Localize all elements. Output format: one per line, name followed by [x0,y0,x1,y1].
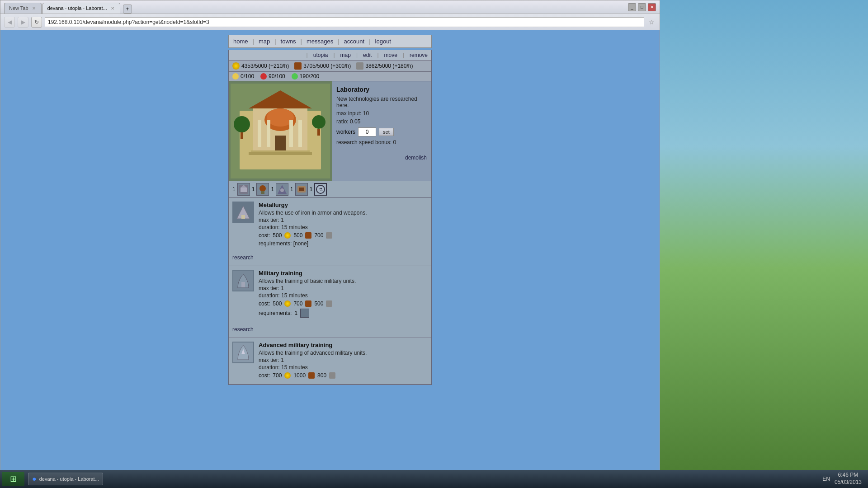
svg-rect-18 [241,188,247,192]
tech-metallurgy-research-row: research [229,251,431,266]
svg-rect-14 [241,132,243,139]
top-nav: home | map | towns | messages | account … [228,35,432,48]
sep1: | [253,38,254,45]
wood-resource: 3705/5000 (+300/h) [294,62,351,70]
wood-icon-tech0 [305,232,311,239]
action-map[interactable]: map [340,52,351,58]
wood-icon-tech1 [305,300,311,307]
science-icon [292,73,298,80]
building-svg [231,84,330,178]
building-description: New technologies are researched here. [336,96,427,108]
forward-button[interactable]: ▶ [18,17,28,28]
action-remove[interactable]: remove [410,52,428,58]
svg-rect-31 [241,282,245,287]
sep-a: | [333,52,335,58]
resources-bar: 4353/5000 (+210/h) 3705/5000 (+300/h) [229,61,431,72]
tech-adv-military-cost: cost: 700 1000 800 [259,372,428,379]
gold-icon [232,62,240,70]
slot4-icon[interactable] [295,183,308,196]
start-button[interactable]: ⊞ [2,472,24,486]
action-move[interactable]: move [384,52,397,58]
sep3: | [301,38,302,45]
tech-military-research[interactable]: research [232,325,254,334]
wood-value: 3705/5000 (+300/h) [303,63,351,69]
tech-adv-military-desc: Allows the training of advanced military… [259,350,428,356]
building-image [229,81,332,181]
stone-icon-tech0 [326,232,332,239]
slot5-number: 1 [310,186,313,192]
tech-military-req: requirements: 1 [259,309,428,318]
taskbar: ⊞ ● devana - utopia - Laborat... EN 6:46… [0,470,868,488]
building-max-input: max input: 10 [336,110,427,117]
slot2-icon[interactable] [256,183,269,196]
tab-devana-close[interactable]: ✕ [110,6,115,11]
svg-point-20 [259,185,266,192]
slot5-icon[interactable]: ⚗ [314,183,327,196]
tech-military-inner: Military training Allows the training of… [229,266,431,323]
browser-controls: ◀ ▶ ↻ 192.168.0.101/devana/module.php?ac… [0,14,660,30]
workers-input[interactable] [358,127,376,136]
taskbar-lang: EN [822,476,830,482]
sep4: | [338,38,339,45]
svg-rect-21 [261,191,264,194]
tab-new-tab[interactable]: New Tab ✕ [4,3,42,14]
nav-logout[interactable]: logout [375,38,391,45]
svg-point-15 [312,115,326,129]
tech-metallurgy-research[interactable]: research [232,253,254,262]
demolish-link[interactable]: demolish [336,155,427,161]
food-stat: 90/100 [260,73,285,80]
action-edit[interactable]: edit [363,52,372,58]
stone-resource: 3862/5000 (+180/h) [356,62,413,70]
slot3-icon[interactable] [276,183,288,196]
gold-icon-tech2 [284,372,291,379]
gold-icon-tech1 [284,300,291,307]
slots-bar: 1 1 1 1 [229,181,431,198]
clock-time: 6:46 PM [835,472,862,479]
svg-point-13 [234,116,250,132]
workers-label: workers [336,129,355,135]
slot1-icon[interactable] [237,183,250,196]
tech-military-name: Military training [259,270,428,277]
wood-icon [294,62,302,70]
sep-b: | [356,52,358,58]
tech-metallurgy-inner: Metallurgy Allows the use of iron in arm… [229,198,431,251]
svg-rect-29 [241,215,245,219]
req-icon [300,309,309,318]
action-utopia[interactable]: utopia [313,52,328,58]
slot1-number: 1 [232,186,236,192]
tech-list: Metallurgy Allows the use of iron in arm… [229,198,431,385]
nav-map[interactable]: map [259,38,270,45]
slot3-number: 1 [271,186,274,192]
tab-devana-label: devana - utopia - Laborat... [47,5,107,11]
tech-metallurgy-details: Metallurgy Allows the use of iron in arm… [259,202,428,248]
bookmark-star[interactable]: ☆ [647,18,656,27]
reload-icon: ↻ [34,19,39,25]
taskbar-item-chrome[interactable]: ● devana - utopia - Laborat... [28,473,103,485]
tech-metallurgy-duration: duration: 15 minutes [259,224,428,230]
nav-account[interactable]: account [344,38,365,45]
close-button[interactable]: ✕ [648,3,656,11]
slot2-number: 1 [252,186,255,192]
new-tab-button[interactable]: + [123,5,132,14]
sep-c: | [377,52,378,58]
nav-home[interactable]: home [233,38,248,45]
tech-item-metallurgy: Metallurgy Allows the use of iron in arm… [229,198,431,266]
minimize-button[interactable]: _ [628,3,636,11]
building-name: Laboratory [336,86,427,93]
windows-icon: ⊞ [10,474,17,484]
tab-new-tab-close[interactable]: ✕ [31,6,37,11]
nav-messages[interactable]: messages [307,38,333,45]
set-button[interactable]: set [379,128,394,136]
address-bar[interactable]: 192.168.0.101/devana/module.php?action=g… [45,17,644,27]
back-button[interactable]: ◀ [4,17,15,28]
browser-titlebar: New Tab ✕ devana - utopia - Laborat... ✕… [0,0,660,14]
maximize-button[interactable]: □ [638,3,646,11]
page-wrapper: home | map | towns | messages | account … [0,30,660,385]
nav-towns[interactable]: towns [281,38,296,45]
reload-button[interactable]: ↻ [31,17,42,28]
tech-adv-military-duration: duration: 15 minutes [259,364,428,371]
svg-rect-12 [249,152,312,155]
tech-adv-military-icon [232,342,254,363]
tab-devana[interactable]: devana - utopia - Laborat... ✕ [42,3,120,14]
tech-adv-military-inner: Advanced military training Allows the tr… [229,338,431,384]
